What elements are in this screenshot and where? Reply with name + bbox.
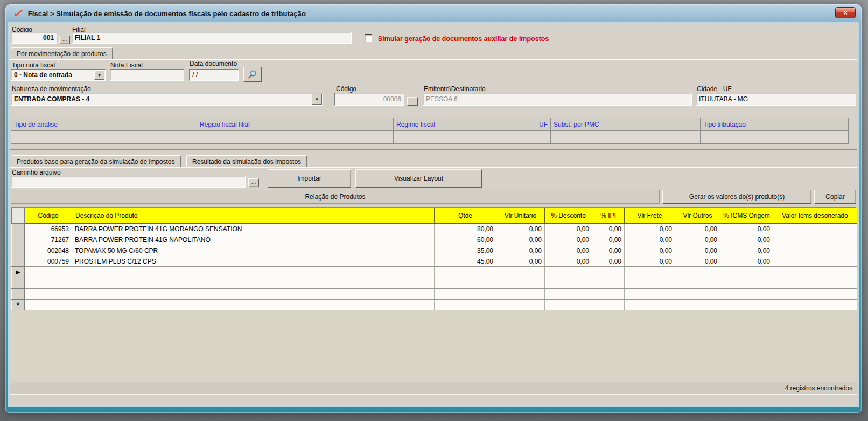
cell-empty[interactable] (25, 278, 72, 289)
cell-empty[interactable] (592, 300, 625, 310)
cell-empty[interactable] (675, 278, 720, 289)
analysis-cell[interactable] (551, 131, 701, 144)
visualizar-layout-button[interactable]: Visualizar Layout (355, 169, 482, 188)
cell-icms-origem[interactable]: 0,00 (720, 245, 773, 256)
cell-qtde[interactable]: 60,00 (435, 234, 496, 245)
cell-empty[interactable] (625, 267, 675, 278)
cell-desconto[interactable]: 0,00 (545, 234, 592, 245)
natureza-select[interactable]: ENTRADA COMPRAS - 4 ▼ (11, 93, 323, 106)
caminho-arquivo-input[interactable] (11, 176, 246, 188)
cidade-uf-field[interactable]: ITUIUTABA - MG (696, 93, 856, 106)
table-row[interactable]: 002048 TOPAMAX 50 MG C/60 CPR 35,00 0,00… (12, 245, 857, 256)
cell-vlr-unitario[interactable]: 0,00 (496, 224, 545, 234)
table-row[interactable]: 66953 BARRA POWER PROTEIN 41G MORANGO SE… (12, 224, 857, 234)
row-selector[interactable] (12, 224, 25, 234)
cell-empty[interactable] (72, 300, 435, 310)
cell-empty[interactable] (720, 278, 773, 289)
table-row[interactable]: 71267 BARRA POWER PROTEIN 41G NAPOLITANO… (12, 234, 857, 245)
row-selector-current[interactable]: ▶ (12, 267, 25, 278)
cell-empty[interactable] (72, 267, 435, 278)
cell-empty[interactable] (625, 289, 675, 300)
cell-empty[interactable] (592, 267, 625, 278)
codigo-destinatario-field[interactable]: 00006 (334, 93, 404, 106)
search-button[interactable] (243, 67, 262, 82)
cell-ipi[interactable]: 0,00 (592, 224, 625, 234)
cell-desconto[interactable]: 0,00 (545, 224, 592, 234)
cell-empty[interactable] (545, 267, 592, 278)
cell-empty[interactable] (773, 267, 857, 278)
cell-empty[interactable] (625, 278, 675, 289)
codigo-field[interactable]: 001 (11, 32, 57, 44)
filial-field[interactable]: FILIAL 1 (72, 32, 352, 44)
tab-produtos-base[interactable]: Produtos base para geração da simulação … (11, 155, 181, 168)
cell-empty[interactable] (496, 300, 545, 310)
cell-empty[interactable] (72, 289, 435, 300)
cell-qtde[interactable]: 35,00 (435, 245, 496, 256)
cell-codigo[interactable]: 66953 (25, 224, 72, 234)
cell-empty[interactable] (435, 289, 496, 300)
cell-ipi[interactable]: 0,00 (592, 256, 625, 267)
cell-empty[interactable] (625, 300, 675, 310)
analysis-cell[interactable] (11, 131, 197, 144)
browse-codigo-button[interactable]: ... (59, 36, 70, 44)
copiar-button[interactable]: Copiar (814, 190, 856, 204)
row-selector-new[interactable]: * (12, 300, 25, 310)
cell-descricao[interactable]: BARRA POWER PROTEIN 41G NAPOLITANO (72, 234, 435, 245)
cell-icms-desonerado[interactable] (773, 245, 857, 256)
cell-empty[interactable] (496, 267, 545, 278)
cell-empty[interactable] (720, 267, 773, 278)
cell-vlr-unitario[interactable]: 0,00 (496, 234, 545, 245)
cell-vlr-frete[interactable]: 0,00 (625, 224, 675, 234)
cell-empty[interactable] (435, 278, 496, 289)
table-row[interactable]: 000759 PROSTEM PLUS C/12 CPS 45,00 0,00 … (12, 256, 857, 267)
nota-fiscal-input[interactable] (110, 69, 184, 81)
cell-vlr-frete[interactable]: 0,00 (625, 234, 675, 245)
gerar-valores-button[interactable]: Gerar os valores do(s) produto(s) (662, 190, 811, 204)
analysis-cell[interactable] (701, 131, 849, 144)
analysis-cell[interactable] (536, 131, 551, 144)
cell-empty[interactable] (675, 289, 720, 300)
cell-icms-desonerado[interactable] (773, 256, 857, 267)
cell-empty[interactable] (25, 289, 72, 300)
cell-empty[interactable] (675, 267, 720, 278)
cell-qtde[interactable]: 45,00 (435, 256, 496, 267)
cell-vlr-unitario[interactable]: 0,00 (496, 245, 545, 256)
tab-resultado-simulacao[interactable]: Resultado da simulação dos impostos (186, 155, 307, 168)
cell-empty[interactable] (592, 278, 625, 289)
importar-button[interactable]: Importar (268, 169, 351, 188)
cell-empty[interactable] (496, 278, 545, 289)
table-row-current[interactable]: ▶ (12, 267, 857, 278)
cell-empty[interactable] (545, 289, 592, 300)
row-selector[interactable] (12, 245, 25, 256)
cell-qtde[interactable]: 80,00 (435, 224, 496, 234)
cell-empty[interactable] (25, 267, 72, 278)
cell-vlr-outros[interactable]: 0,00 (675, 245, 720, 256)
emitente-field[interactable]: PESSOA 6 (423, 93, 692, 106)
cell-codigo[interactable]: 002048 (25, 245, 72, 256)
cell-icms-origem[interactable]: 0,00 (720, 234, 773, 245)
cell-vlr-outros[interactable]: 0,00 (675, 234, 720, 245)
cell-desconto[interactable]: 0,00 (545, 256, 592, 267)
cell-empty[interactable] (25, 300, 72, 310)
cell-icms-origem[interactable]: 0,00 (720, 256, 773, 267)
cell-empty[interactable] (545, 300, 592, 310)
cell-empty[interactable] (773, 289, 857, 300)
chevron-down-icon[interactable]: ▼ (312, 94, 322, 105)
cell-vlr-frete[interactable]: 0,00 (625, 245, 675, 256)
row-selector[interactable] (12, 256, 25, 267)
cell-empty[interactable] (496, 289, 545, 300)
cell-empty[interactable] (72, 278, 435, 289)
cell-codigo[interactable]: 71267 (25, 234, 72, 245)
cell-empty[interactable] (773, 300, 857, 310)
cell-vlr-outros[interactable]: 0,00 (675, 256, 720, 267)
cell-empty[interactable] (435, 300, 496, 310)
table-row-empty[interactable] (12, 278, 857, 289)
cell-desconto[interactable]: 0,00 (545, 245, 592, 256)
cell-descricao[interactable]: PROSTEM PLUS C/12 CPS (72, 256, 435, 267)
cell-descricao[interactable]: BARRA POWER PROTEIN 41G MORANGO SENSATIO… (72, 224, 435, 234)
cell-empty[interactable] (773, 278, 857, 289)
cell-empty[interactable] (675, 300, 720, 310)
table-row-empty[interactable] (12, 289, 857, 300)
analysis-cell[interactable] (197, 131, 394, 144)
simular-checkbox[interactable] (365, 34, 372, 42)
